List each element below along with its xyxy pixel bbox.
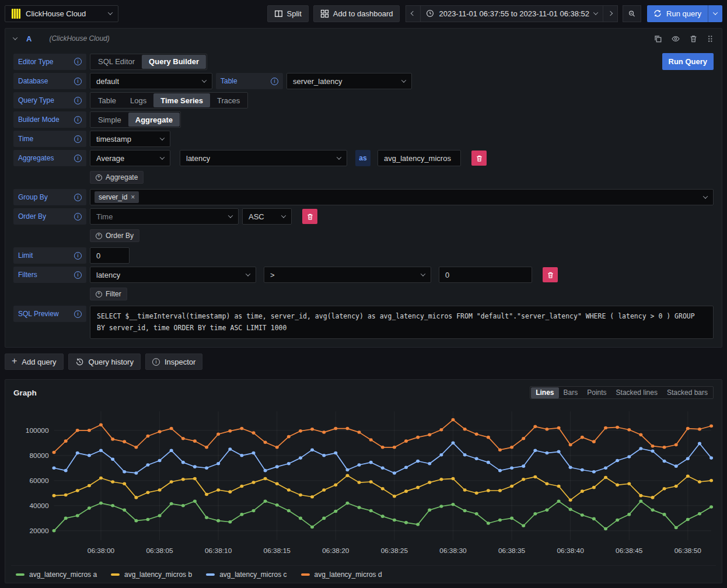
data-point[interactable] xyxy=(416,436,420,439)
data-point[interactable] xyxy=(381,467,385,470)
data-point[interactable] xyxy=(522,524,525,528)
add-to-dashboard-button[interactable]: Add to dashboard xyxy=(313,5,400,22)
data-point[interactable] xyxy=(216,519,220,523)
graph-mode-points[interactable]: Points xyxy=(582,387,611,398)
info-icon[interactable] xyxy=(74,97,82,104)
editor-run-query-button[interactable]: Run Query xyxy=(662,53,714,70)
data-point[interactable] xyxy=(428,462,431,466)
data-point[interactable] xyxy=(663,513,666,516)
data-point[interactable] xyxy=(487,489,490,492)
data-point[interactable] xyxy=(240,454,243,457)
data-point[interactable] xyxy=(381,446,385,449)
data-point[interactable] xyxy=(193,465,197,468)
series-avg_latency_micros-b[interactable] xyxy=(53,474,714,502)
data-point[interactable] xyxy=(651,450,655,453)
data-point[interactable] xyxy=(581,468,584,472)
data-point[interactable] xyxy=(53,529,56,533)
data-point[interactable] xyxy=(498,448,502,452)
data-point[interactable] xyxy=(170,480,173,484)
data-point[interactable] xyxy=(53,467,56,470)
data-point[interactable] xyxy=(53,451,56,454)
data-point[interactable] xyxy=(651,509,655,512)
data-point[interactable] xyxy=(334,427,337,430)
data-point[interactable] xyxy=(510,446,513,449)
data-point[interactable] xyxy=(604,426,607,430)
data-point[interactable] xyxy=(510,517,513,520)
data-point[interactable] xyxy=(428,509,431,512)
data-point[interactable] xyxy=(592,470,596,474)
data-point[interactable] xyxy=(651,444,655,448)
data-point[interactable] xyxy=(64,494,68,497)
data-point[interactable] xyxy=(557,485,561,488)
info-icon[interactable] xyxy=(74,78,82,85)
data-point[interactable] xyxy=(240,513,243,516)
query-type-option-table[interactable]: Table xyxy=(91,93,123,107)
data-point[interactable] xyxy=(358,463,361,467)
legend-item[interactable]: avg_latency_micros c xyxy=(206,570,286,579)
data-point[interactable] xyxy=(627,455,631,459)
duplicate-query-icon[interactable] xyxy=(653,34,662,43)
data-point[interactable] xyxy=(205,493,208,496)
data-point[interactable] xyxy=(404,466,408,470)
data-point[interactable] xyxy=(358,481,361,484)
data-point[interactable] xyxy=(569,466,572,470)
data-point[interactable] xyxy=(64,517,68,520)
data-point[interactable] xyxy=(287,509,291,513)
editor-type-option-query-builder[interactable]: Query Builder xyxy=(142,55,206,69)
data-point[interactable] xyxy=(616,426,619,429)
data-point[interactable] xyxy=(134,446,138,449)
data-point[interactable] xyxy=(487,436,490,439)
data-point[interactable] xyxy=(252,452,256,455)
data-point[interactable] xyxy=(393,471,396,475)
data-point[interactable] xyxy=(369,461,373,464)
data-point[interactable] xyxy=(158,459,162,463)
data-point[interactable] xyxy=(428,481,431,484)
graph-mode-stacked-bars[interactable]: Stacked bars xyxy=(662,387,712,398)
data-point[interactable] xyxy=(604,527,607,531)
data-point[interactable] xyxy=(158,514,162,517)
run-query-dropdown-button[interactable] xyxy=(708,5,722,22)
aggregate-alias-input[interactable] xyxy=(378,150,461,166)
data-point[interactable] xyxy=(533,475,537,479)
data-point[interactable] xyxy=(545,428,548,431)
data-point[interactable] xyxy=(639,494,642,498)
data-point[interactable] xyxy=(322,430,326,434)
data-point[interactable] xyxy=(545,509,548,512)
data-point[interactable] xyxy=(569,508,572,512)
data-point[interactable] xyxy=(581,489,584,493)
data-point[interactable] xyxy=(709,479,713,482)
data-point[interactable] xyxy=(369,438,373,442)
data-point[interactable] xyxy=(686,457,690,461)
data-point[interactable] xyxy=(627,482,631,486)
data-point[interactable] xyxy=(674,526,678,530)
data-point[interactable] xyxy=(522,437,525,440)
data-point[interactable] xyxy=(487,522,490,525)
inspector-button[interactable]: Inspector xyxy=(145,354,202,370)
data-point[interactable] xyxy=(228,490,232,494)
data-point[interactable] xyxy=(228,429,232,433)
data-point[interactable] xyxy=(275,465,279,468)
info-icon[interactable] xyxy=(74,135,82,143)
data-point[interactable] xyxy=(475,512,478,516)
data-point[interactable] xyxy=(134,471,138,475)
table-select[interactable]: server_latency xyxy=(286,73,412,89)
remove-aggregate-button[interactable] xyxy=(471,150,487,166)
data-point[interactable] xyxy=(275,482,279,486)
data-point[interactable] xyxy=(439,505,443,508)
data-point[interactable] xyxy=(369,480,373,484)
data-point[interactable] xyxy=(88,454,91,457)
data-point[interactable] xyxy=(404,521,408,524)
data-point[interactable] xyxy=(205,446,208,449)
data-point[interactable] xyxy=(498,469,502,473)
data-point[interactable] xyxy=(522,478,525,481)
zoom-out-button[interactable] xyxy=(623,5,641,22)
data-point[interactable] xyxy=(416,460,420,463)
data-point[interactable] xyxy=(111,504,114,508)
graph-mode-lines[interactable]: Lines xyxy=(531,387,558,398)
data-point[interactable] xyxy=(88,484,91,488)
aggregate-column-select[interactable]: latency xyxy=(180,150,347,166)
data-point[interactable] xyxy=(123,440,126,443)
data-point[interactable] xyxy=(310,448,314,452)
legend-item[interactable]: avg_latency_micros a xyxy=(16,570,97,579)
collapse-query-icon[interactable] xyxy=(13,35,18,40)
